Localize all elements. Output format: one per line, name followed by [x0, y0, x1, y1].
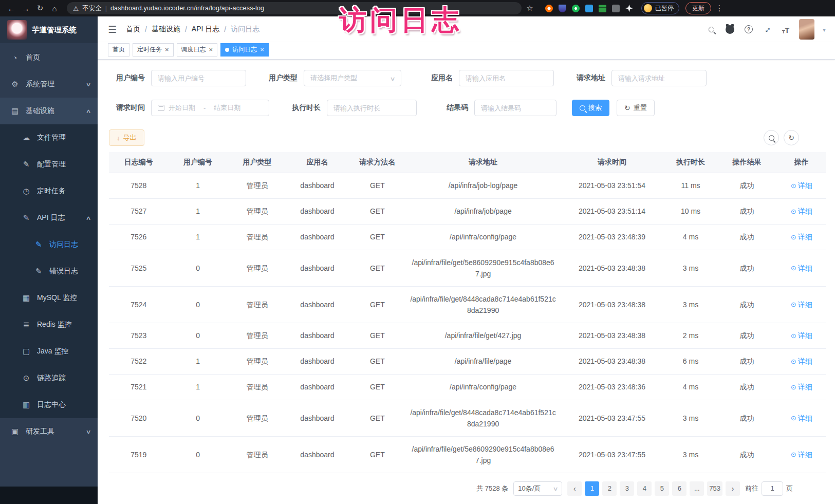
extension-icon[interactable] [585, 5, 593, 12]
reset-button[interactable]: 重置 [617, 100, 655, 116]
browser-back-button[interactable] [5, 2, 17, 14]
cell-actions: 详细 [777, 323, 826, 348]
page-button[interactable]: 1 [585, 481, 599, 496]
detail-link[interactable]: 详细 [791, 298, 812, 310]
browser-reload-button[interactable] [34, 2, 46, 14]
request-url-input[interactable] [611, 70, 707, 86]
redis-icon: ≣ [22, 320, 31, 329]
table-row: 75281管理员dashboardGET/api/infra/job-log/p… [109, 173, 826, 198]
detail-link[interactable]: 详细 [791, 330, 812, 342]
duration-input[interactable] [327, 100, 417, 116]
page-button[interactable]: 2 [602, 481, 617, 496]
cell-user-id: 0 [168, 250, 227, 286]
extension-icon[interactable] [559, 5, 566, 12]
detail-link[interactable]: 详细 [791, 356, 812, 367]
chevron-down-icon[interactable] [823, 25, 826, 33]
detail-link[interactable]: 详细 [791, 412, 812, 424]
tab-定时任务[interactable]: 定时任务 [133, 43, 174, 57]
breadcrumb-item[interactable]: 首页 [126, 25, 140, 34]
search-icon[interactable] [707, 24, 717, 34]
detail-link[interactable]: 详细 [791, 206, 812, 217]
sidebar-item-infra[interactable]: ▤基础设施∧ [0, 98, 98, 124]
sidebar-item-dev-tools[interactable]: ▣研发工具∨ [0, 418, 98, 445]
toggle-search-button[interactable] [764, 130, 779, 145]
help-icon[interactable] [744, 24, 754, 34]
page-button[interactable]: 5 [655, 481, 669, 496]
date-range-picker[interactable]: 开始日期 - 结束日期 [151, 100, 269, 116]
detail-link[interactable]: 详细 [791, 262, 812, 274]
page-button[interactable]: 6 [672, 481, 686, 496]
goto-page-input[interactable] [762, 481, 783, 496]
sidebar-item-home[interactable]: ◔首页 [0, 44, 98, 71]
address-bar[interactable]: 不安全 | dashboard.yudao.iocoder.cn/infra/l… [67, 2, 522, 14]
extension-icon[interactable] [599, 5, 606, 12]
breadcrumb-item[interactable]: API 日志 [192, 25, 219, 34]
table-row: 75261管理员dashboardGET/api/infra/config/pa… [109, 224, 826, 250]
refresh-table-button[interactable] [784, 130, 799, 145]
result-code-input[interactable] [474, 100, 556, 116]
user-type-select[interactable]: 请选择用户类型 [304, 70, 401, 86]
sidebar-item-mysql[interactable]: ▦MySQL 监控 [0, 285, 98, 311]
extension-icon[interactable] [612, 5, 620, 12]
tab-label: 定时任务 [137, 45, 162, 54]
table-row: 75271管理员dashboardGET/api/infra/job/page2… [109, 198, 826, 224]
detail-link[interactable]: 详细 [791, 231, 812, 243]
app-logo[interactable]: 芋道管理系统 [0, 16, 98, 43]
more-pages-button[interactable]: ... [690, 481, 704, 496]
sidebar-item-file[interactable]: ☁文件管理 [0, 124, 98, 151]
extension-icon[interactable] [572, 5, 580, 12]
tab-首页[interactable]: 首页 [108, 43, 129, 57]
sidebar-item-tracer[interactable]: ⊙链路追踪 [0, 365, 98, 391]
browser-home-button[interactable] [48, 2, 61, 14]
fullscreen-icon[interactable] [762, 24, 772, 34]
browser-menu-button[interactable] [713, 2, 726, 14]
extension-icon[interactable] [625, 5, 633, 12]
profile-paused-badge[interactable]: 已暂停 [641, 2, 679, 14]
export-button[interactable]: 导出 [109, 129, 144, 146]
bookmark-star-icon[interactable] [524, 2, 536, 14]
sidebar-item-redis[interactable]: ≣Redis 监控 [0, 311, 98, 338]
cell-request-time: 2021-05-03 23:47:55 [559, 400, 665, 436]
cell-result: 成功 [716, 224, 777, 250]
extension-icon[interactable] [545, 5, 553, 12]
page-size-select[interactable]: 10条/页 [513, 481, 562, 496]
close-icon[interactable] [209, 46, 213, 53]
sidebar-item-job[interactable]: ◷定时任务 [0, 178, 98, 204]
cell-user-type: 管理员 [228, 286, 287, 323]
profile-emoji-icon [644, 4, 652, 12]
sidebar-item-config[interactable]: ✎配置管理 [0, 151, 98, 178]
sidebar-item-log-center[interactable]: ▥日志中心 [0, 391, 98, 418]
detail-link[interactable]: 详细 [791, 180, 812, 192]
breadcrumb-item[interactable]: 基础设施 [152, 25, 180, 34]
close-icon[interactable] [165, 46, 169, 53]
next-page-button[interactable]: › [726, 481, 740, 496]
user-avatar[interactable] [799, 19, 814, 40]
page-button[interactable]: 3 [620, 481, 634, 496]
browser-forward-button[interactable] [20, 2, 32, 14]
cell-actions: 详细 [777, 374, 826, 400]
detail-link[interactable]: 详细 [791, 381, 812, 393]
dashboard-icon: ◔ [10, 53, 20, 62]
page-content: 用户编号 用户类型 请选择用户类型 应用名 请求地址 请求时间 [98, 60, 835, 504]
sidebar-item-error-log[interactable]: ✎错误日志 [0, 258, 98, 285]
sidebar-item-label: Java 监控 [37, 347, 90, 356]
sidebar-item-api-log[interactable]: ✎API 日志∧ [0, 204, 98, 231]
github-icon[interactable] [725, 24, 735, 34]
close-icon[interactable] [260, 46, 264, 53]
detail-link[interactable]: 详细 [791, 449, 812, 460]
tab-访问日志[interactable]: 访问日志 [220, 43, 269, 57]
font-size-icon[interactable] [781, 24, 791, 34]
browser-update-button[interactable]: 更新 [685, 2, 711, 14]
app-name-input[interactable] [459, 70, 554, 86]
page-button[interactable]: 4 [637, 481, 652, 496]
hamburger-icon[interactable] [108, 24, 117, 35]
sidebar-item-java[interactable]: ▢Java 监控 [0, 338, 98, 365]
user-id-input[interactable] [151, 70, 246, 86]
sidebar-item-access-log[interactable]: ✎访问日志 [0, 231, 98, 258]
tab-调度日志[interactable]: 调度日志 [177, 43, 218, 57]
prev-page-button[interactable]: ‹ [567, 481, 582, 496]
search-button[interactable]: 搜索 [572, 100, 609, 116]
page-button[interactable]: 753 [707, 481, 722, 496]
cell-method: GET [348, 224, 407, 250]
sidebar-item-system[interactable]: ⚙系统管理∨ [0, 71, 98, 98]
